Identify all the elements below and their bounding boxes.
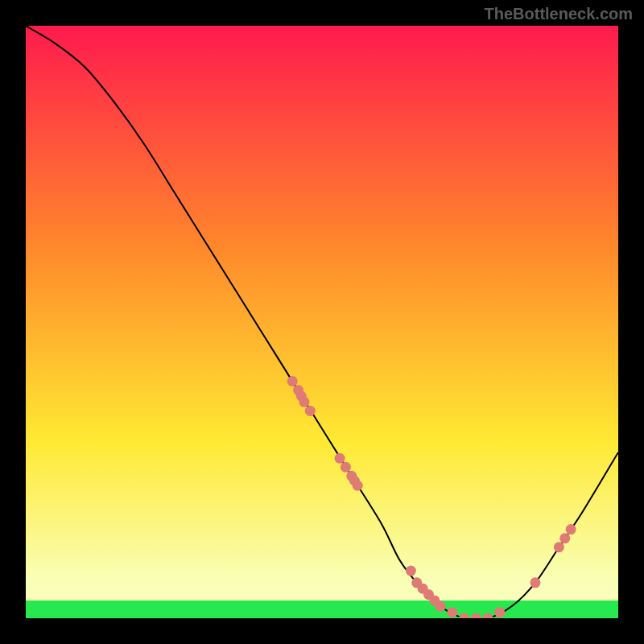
sample-marker — [554, 542, 564, 552]
sample-marker — [353, 481, 363, 491]
sample-marker — [305, 406, 316, 416]
optimal-band — [26, 601, 618, 618]
sample-marker — [566, 524, 576, 535]
sample-marker — [494, 607, 505, 617]
watermark-text: TheBottleneck.com — [485, 5, 633, 23]
chart-plot-area — [26, 26, 618, 618]
bottleneck-chart — [26, 26, 618, 618]
sample-marker — [299, 397, 309, 407]
sample-marker — [341, 462, 351, 473]
sample-marker — [335, 453, 345, 464]
sample-marker — [406, 566, 416, 576]
sample-marker — [559, 533, 570, 543]
sample-marker — [436, 601, 446, 612]
gradient-background — [26, 26, 618, 618]
sample-marker — [530, 577, 540, 588]
sample-marker — [447, 607, 457, 617]
sample-marker — [287, 376, 298, 386]
